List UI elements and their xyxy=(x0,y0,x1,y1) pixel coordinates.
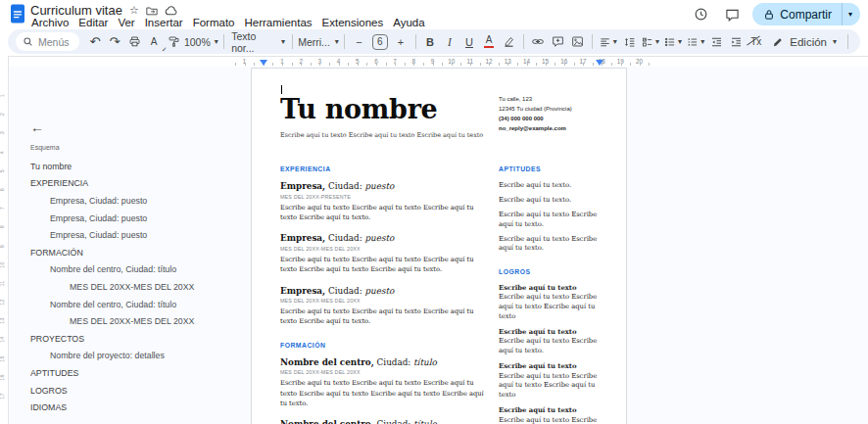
print-button[interactable] xyxy=(125,32,144,52)
decrease-font-size-button[interactable]: − xyxy=(350,32,368,52)
share-button[interactable]: Compartir ▾ xyxy=(752,3,860,25)
outline-panel: ← Esquema Tu nombreEXPERIENCIAEmpresa, C… xyxy=(21,118,238,416)
section-heading-aptitudes: APTITUDES xyxy=(499,165,600,172)
ruler-number: 12 xyxy=(0,297,19,308)
menu-item[interactable]: Formato xyxy=(188,16,240,29)
menu-item[interactable]: Editar xyxy=(73,16,113,29)
cloud-status-icon[interactable] xyxy=(165,6,177,16)
version-history-icon[interactable] xyxy=(690,4,711,25)
logro-paragraph: Escribe aquí tu texto Escribe aquí tu te… xyxy=(499,328,600,356)
highlight-color-button[interactable] xyxy=(500,32,518,52)
text-color-button[interactable]: A xyxy=(480,32,499,52)
outline-item[interactable]: LOGROS xyxy=(21,382,238,400)
chevron-down-icon: ▾ xyxy=(700,38,704,46)
chevron-down-icon: ▾ xyxy=(678,38,682,46)
outline-item[interactable]: Nombre del proyecto: detalles xyxy=(21,348,238,365)
insert-link-button[interactable] xyxy=(529,32,548,52)
font-size-input[interactable]: 6 xyxy=(372,34,388,50)
bold-button[interactable]: B xyxy=(421,32,440,52)
search-menus-button[interactable]: Menús xyxy=(16,32,79,51)
line-spacing-button[interactable] xyxy=(620,32,639,52)
outline-list: Tu nombreEXPERIENCIAEmpresa, Ciudad: pue… xyxy=(21,158,238,416)
outline-item[interactable]: Tu nombre xyxy=(21,158,238,175)
zoom-select[interactable]: 100% ▾ xyxy=(184,32,219,52)
logros-list: Escribe aquí tu texto Escribe aquí tu te… xyxy=(499,284,600,424)
move-folder-icon[interactable] xyxy=(146,6,158,16)
ruler-number: 2 xyxy=(0,109,19,120)
toolbar-divider xyxy=(415,34,416,49)
redo-button[interactable]: ↷ xyxy=(106,32,124,52)
text-color-letter: A xyxy=(486,35,493,45)
menu-item[interactable]: Archivo xyxy=(26,16,73,29)
add-comment-button[interactable] xyxy=(549,32,567,52)
insert-image-button[interactable] xyxy=(568,32,587,52)
contact-block: Tu calle, 123 12345 Tu ciudad (Provincia… xyxy=(499,95,572,134)
menu-item[interactable]: Extensiones xyxy=(317,16,389,29)
mode-label: Edición xyxy=(790,36,827,48)
outline-item[interactable]: Nombre del centro, Ciudad: título xyxy=(21,296,238,313)
decrease-indent-button[interactable] xyxy=(707,32,726,52)
horizontal-ruler: 11234567891011121314151617181920 xyxy=(9,57,868,67)
outline-item[interactable]: APTITUDES xyxy=(21,364,238,382)
left-indent-marker[interactable] xyxy=(260,60,267,66)
share-dropdown-button[interactable]: ▾ xyxy=(842,3,860,25)
outline-item[interactable]: Empresa, Ciudad: puesto xyxy=(21,210,238,227)
ruler-number: 16 xyxy=(0,371,19,383)
ruler-ticks xyxy=(235,63,651,66)
ruler-number: 14 xyxy=(0,334,19,346)
increase-font-size-button[interactable]: + xyxy=(392,32,410,52)
ruler-number: 17 xyxy=(0,391,19,402)
cv-tagline: Escribe aquí tu texto Escribe aquí tu te… xyxy=(280,131,483,139)
text-color-bar xyxy=(484,46,494,49)
docs-logo-icon[interactable] xyxy=(10,4,25,24)
left-column: EXPERIENCIA Empresa, Ciudad: puesto MES … xyxy=(280,165,489,424)
editing-mode-select[interactable]: Edición ▾ xyxy=(766,36,843,48)
experience-entry: Empresa, Ciudad: puesto MES DEL 20XX-PRE… xyxy=(280,181,489,222)
document-page[interactable]: Tu nombre Escribe aquí tu texto Escribe … xyxy=(251,68,627,424)
ruler-number: 1 xyxy=(0,90,19,102)
comments-icon[interactable] xyxy=(721,4,743,25)
toolbar: Menús ↶ ↷ A ✓ 100% ▾ Texto nor... ▾ xyxy=(8,29,860,54)
outline-item[interactable]: Empresa, Ciudad: puesto xyxy=(21,192,238,210)
pencil-icon xyxy=(772,36,784,48)
underline-button[interactable]: U xyxy=(460,32,479,52)
star-icon[interactable]: ☆ xyxy=(129,5,139,16)
entry-dates: MES DEL 20XX-PRESENTE xyxy=(280,194,489,200)
increase-indent-button[interactable] xyxy=(727,32,746,52)
close-outline-button[interactable]: ← xyxy=(30,119,48,135)
spellcheck-button[interactable]: A ✓ xyxy=(145,32,164,52)
outline-item[interactable]: EXPERIENCIA xyxy=(21,175,238,193)
entry-body: Escribe aquí tu texto Escribe aquí tu te… xyxy=(280,255,489,275)
menu-bar: ArchivoEditarVerInsertarFormatoHerramien… xyxy=(26,16,430,29)
ruler-number: 11 xyxy=(0,277,19,289)
right-indent-marker[interactable] xyxy=(596,60,603,66)
numbered-list-button[interactable]: ▾ xyxy=(685,32,706,52)
aptitude-item: Escribe aquí tu texto Escribe aquí tu te… xyxy=(499,235,600,254)
paragraph-style-select[interactable]: Texto nor... ▾ xyxy=(229,32,287,52)
chevron-down-icon: ▾ xyxy=(848,11,852,19)
outline-item[interactable]: MES DEL 20XX-MES DEL 20XX xyxy=(21,278,238,296)
outline-item[interactable]: Empresa, Ciudad: puesto xyxy=(21,226,238,244)
menu-item[interactable]: Ver xyxy=(113,16,139,29)
entry-dates: MES DEL 20XX-MES DEL 20XX xyxy=(280,298,489,304)
font-family-select[interactable]: Merri... ▾ xyxy=(298,32,339,52)
clear-formatting-button[interactable]: Tx xyxy=(747,32,765,52)
outline-item[interactable]: MES DEL 20XX-MES DEL 20XX xyxy=(21,312,238,330)
contact-city: 12345 Tu ciudad (Provincia) xyxy=(499,105,572,115)
outline-item[interactable]: FORMACIÓN xyxy=(21,244,238,261)
menu-item[interactable]: Insertar xyxy=(140,16,188,29)
bulleted-list-button[interactable]: ▾ xyxy=(662,32,684,52)
undo-button[interactable]: ↶ xyxy=(86,32,105,52)
italic-button[interactable]: I xyxy=(441,32,459,52)
outline-item[interactable]: PROYECTOS xyxy=(21,330,238,348)
outline-item[interactable]: IDIOMAS xyxy=(21,399,238,416)
style-value: Texto nor... xyxy=(231,30,276,54)
menu-item[interactable]: Ayuda xyxy=(388,16,429,29)
align-select[interactable]: ▾ xyxy=(598,32,619,52)
checklist-button[interactable]: ▾ xyxy=(640,32,661,52)
entry-body: Escribe aquí tu texto Escribe aquí tu te… xyxy=(280,378,489,408)
ruler-number: 8 xyxy=(0,221,19,233)
outline-item[interactable]: Nombre del centro, Ciudad: título xyxy=(21,261,238,279)
menu-item[interactable]: Herramientas xyxy=(240,16,317,29)
toolbar-divider xyxy=(223,34,224,49)
